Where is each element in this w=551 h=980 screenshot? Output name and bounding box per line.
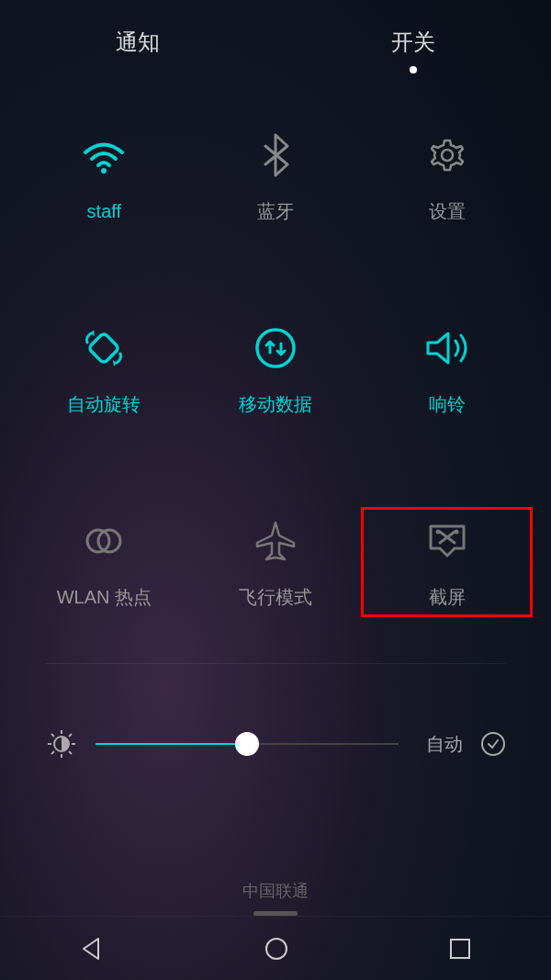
brightness-slider[interactable] [96, 743, 399, 745]
airplane-toggle[interactable]: 飞行模式 [190, 507, 362, 617]
screenshot-icon [422, 515, 473, 567]
svg-point-1 [442, 150, 453, 161]
svg-point-9 [454, 529, 458, 534]
airplane-label: 飞行模式 [239, 585, 312, 610]
settings-label: 设置 [429, 199, 466, 224]
screenshot-label: 截屏 [429, 585, 466, 610]
rotate-icon [78, 322, 129, 374]
svg-point-8 [435, 529, 440, 534]
sound-label: 响铃 [429, 392, 466, 417]
back-button[interactable] [78, 935, 106, 963]
hotspot-toggle[interactable]: WLAN 热点 [18, 507, 190, 617]
svg-point-19 [266, 939, 287, 959]
carrier-label: 中国联通 [0, 880, 551, 902]
svg-line-16 [69, 751, 72, 754]
svg-marker-3 [91, 330, 95, 336]
svg-line-18 [51, 751, 54, 754]
screenshot-toggle[interactable]: 截屏 [361, 507, 533, 617]
sound-toggle[interactable]: 响铃 [361, 314, 533, 424]
hotspot-icon [78, 515, 129, 567]
svg-point-0 [101, 168, 107, 174]
wifi-toggle[interactable]: staff [18, 121, 190, 231]
slider-thumb[interactable] [235, 732, 259, 756]
tab-toggles[interactable]: 开关 [391, 28, 435, 57]
bluetooth-icon [250, 130, 301, 181]
data-toggle[interactable]: 移动数据 [190, 314, 362, 424]
svg-line-17 [69, 734, 72, 737]
svg-line-15 [51, 734, 54, 737]
auto-brightness-checkbox[interactable] [481, 732, 505, 756]
panel-tabs: 通知 开关 [0, 0, 551, 75]
sound-icon [422, 322, 473, 374]
svg-point-5 [257, 330, 294, 366]
bluetooth-toggle[interactable]: 蓝牙 [190, 121, 362, 231]
tab-notifications[interactable]: 通知 [116, 28, 160, 57]
airplane-icon [250, 515, 301, 567]
rotate-label: 自动旋转 [67, 392, 141, 417]
wifi-icon [78, 131, 129, 183]
rotate-toggle[interactable]: 自动旋转 [18, 314, 190, 424]
data-icon [250, 322, 301, 374]
brightness-icon [46, 728, 77, 760]
data-label: 移动数据 [239, 392, 312, 417]
auto-brightness-label: 自动 [426, 732, 463, 757]
hotspot-label: WLAN 热点 [57, 585, 152, 610]
settings-toggle[interactable]: 设置 [361, 121, 533, 231]
wifi-label: staff [87, 201, 121, 222]
svg-rect-20 [451, 940, 469, 958]
brightness-row: 自动 [0, 664, 551, 760]
bluetooth-label: 蓝牙 [257, 199, 294, 224]
toggles-grid: staff 蓝牙 设置 自动旋转 [0, 75, 551, 636]
home-button[interactable] [263, 935, 290, 963]
svg-rect-2 [88, 332, 119, 364]
svg-marker-4 [113, 360, 117, 366]
gear-icon [422, 130, 473, 181]
nav-bar [0, 916, 551, 980]
recent-button[interactable] [447, 936, 473, 962]
